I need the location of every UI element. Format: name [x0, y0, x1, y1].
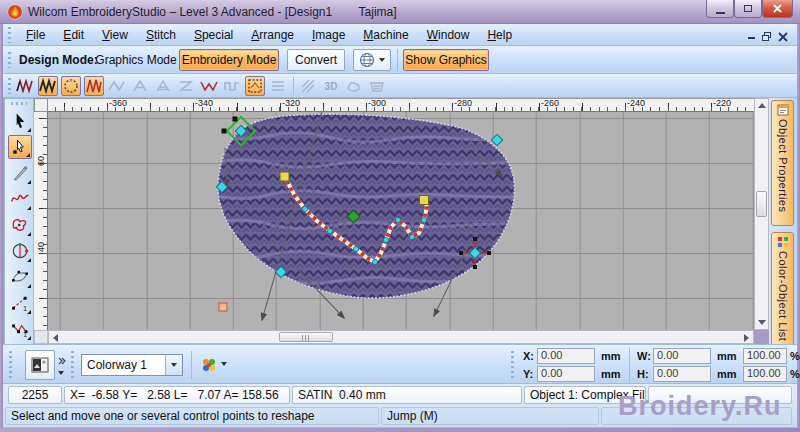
- h-field[interactable]: 0.00: [653, 366, 711, 382]
- program-split-icon[interactable]: [176, 76, 196, 96]
- menu-machine[interactable]: Machine: [354, 24, 417, 46]
- globe-dropdown-arrow[interactable]: [379, 58, 385, 62]
- tatami-icon[interactable]: [130, 76, 150, 96]
- toolbox-grip[interactable]: [11, 102, 27, 105]
- colorway-dropdown-button[interactable]: [165, 355, 182, 375]
- graphics-mode-button[interactable]: Graphics Mode: [95, 49, 177, 71]
- colorway-editor-icon: [201, 357, 217, 373]
- florentine-icon[interactable]: [298, 76, 318, 96]
- toolbox: 1 1: [4, 98, 34, 350]
- trapunto-icon[interactable]: [344, 76, 364, 96]
- horizontal-scrollbar[interactable]: [48, 330, 754, 344]
- toolbar-overflow-chevron[interactable]: [58, 351, 66, 369]
- x-unit: mm: [601, 348, 621, 364]
- h-ruler-label: -220: [713, 99, 731, 108]
- menu-view[interactable]: View: [93, 24, 137, 46]
- y-field[interactable]: 0.00: [537, 366, 595, 382]
- tab-object-properties[interactable]: Object Properties: [771, 100, 794, 226]
- knife-tool[interactable]: [8, 161, 32, 185]
- y-label: Y:: [523, 366, 533, 382]
- triple-run-tool[interactable]: 1: [8, 317, 32, 341]
- accordion-spacing-icon[interactable]: [268, 76, 288, 96]
- scale-h-percent: %: [790, 366, 800, 382]
- circle-cw-tool[interactable]: [8, 239, 32, 263]
- scale-w-field[interactable]: 100.00: [743, 348, 787, 364]
- triple-run-icon[interactable]: [38, 76, 58, 96]
- colorway-toolbar-grip[interactable]: [71, 351, 74, 379]
- close-button[interactable]: [762, 0, 793, 18]
- contour-stitch-icon[interactable]: [222, 76, 242, 96]
- minimize-button[interactable]: [706, 0, 734, 18]
- scroll-down-button[interactable]: [758, 320, 766, 325]
- right-dock: Object Properties Color-Object List: [769, 98, 797, 344]
- scale-h-field[interactable]: 100.00: [743, 366, 787, 382]
- toolbar-options-arrow[interactable]: [58, 371, 64, 375]
- h-ruler-label: -360: [109, 99, 127, 108]
- menu-image[interactable]: Image: [303, 24, 354, 46]
- globe-button[interactable]: [353, 49, 391, 71]
- titlebar[interactable]: Wilcom EmbroideryStudio – Level 3 Advanc…: [0, 0, 800, 24]
- close-icon: [773, 4, 782, 13]
- separator: [293, 77, 294, 95]
- single-run-tool[interactable]: 1: [8, 291, 32, 315]
- colorway-editor-button[interactable]: [199, 355, 219, 375]
- menu-window[interactable]: Window: [418, 24, 479, 46]
- scroll-left-button[interactable]: [53, 334, 58, 342]
- maximize-button[interactable]: [734, 0, 762, 18]
- 3d-warp-icon[interactable]: 3D: [321, 76, 341, 96]
- h-unit: mm: [717, 366, 737, 382]
- stipple-icon[interactable]: [367, 76, 387, 96]
- mdi-close-button[interactable]: [777, 29, 789, 41]
- embroidery-object[interactable]: [48, 112, 754, 330]
- menubar-grip[interactable]: [8, 27, 11, 43]
- color-object-list-icon: [777, 236, 789, 248]
- closed-freehand-tool[interactable]: [8, 213, 32, 237]
- design-canvas[interactable]: [48, 112, 754, 330]
- embroidery-mode-button[interactable]: Embroidery Mode: [179, 49, 279, 71]
- reshape-object-tool[interactable]: [8, 135, 32, 159]
- bitmap-toolbar-grip[interactable]: [9, 351, 12, 379]
- show-graphics-button[interactable]: Show Graphics: [403, 49, 489, 71]
- open-freehand-tool[interactable]: [8, 187, 32, 211]
- vertical-scrollbar[interactable]: [754, 98, 769, 330]
- select-object-tool[interactable]: [8, 109, 32, 133]
- motif-run-icon[interactable]: [61, 76, 81, 96]
- separator: [191, 351, 192, 379]
- mdi-close-icon: [777, 31, 789, 43]
- satin-stitch-icon[interactable]: [84, 76, 104, 96]
- convert-button[interactable]: Convert: [287, 49, 345, 71]
- menu-help[interactable]: Help: [478, 24, 521, 46]
- tab-color-object-list[interactable]: Color-Object List: [771, 232, 794, 346]
- menu-file[interactable]: File: [17, 24, 54, 46]
- mdi-restore-button[interactable]: [761, 29, 773, 41]
- menu-edit[interactable]: Edit: [54, 24, 93, 46]
- mode-toolbar-grip[interactable]: [8, 52, 11, 68]
- transform-toolbar-grip[interactable]: [511, 351, 514, 379]
- v-scroll-thumb[interactable]: [756, 191, 767, 217]
- vertical-ruler: 60 40: [34, 112, 48, 330]
- menu-arrange[interactable]: Arrange: [242, 24, 303, 46]
- h-scroll-thumb[interactable]: [279, 332, 333, 342]
- mdi-minimize-button[interactable]: [745, 29, 757, 41]
- scroll-corner: [34, 330, 48, 344]
- menu-special[interactable]: Special: [185, 24, 242, 46]
- h-ruler-label: -280: [454, 99, 472, 108]
- run-stitch-icon[interactable]: [15, 76, 35, 96]
- x-field[interactable]: 0.00: [537, 348, 595, 364]
- colorway-select[interactable]: Colorway 1: [81, 354, 183, 376]
- mdi-minimize-icon: [748, 37, 755, 39]
- complex-fill-tool[interactable]: [8, 265, 32, 289]
- motif-fill-icon[interactable]: [199, 76, 219, 96]
- zigzag-stitch-icon[interactable]: [107, 76, 127, 96]
- scroll-right-button[interactable]: [744, 334, 749, 342]
- colorway-editor-dropdown[interactable]: [221, 362, 227, 366]
- window-title: Wilcom EmbroideryStudio – Level 3 Advanc…: [28, 0, 397, 24]
- menubar: File Edit View Stitch Special Arrange Im…: [3, 24, 797, 46]
- fusion-fill-icon[interactable]: [245, 76, 265, 96]
- stitch-toolbar-grip[interactable]: [8, 78, 11, 94]
- w-field[interactable]: 0.00: [653, 348, 711, 364]
- e-stitch-icon[interactable]: [153, 76, 173, 96]
- show-bitmap-button[interactable]: [25, 350, 55, 380]
- scroll-up-button[interactable]: [758, 103, 766, 108]
- menu-stitch[interactable]: Stitch: [137, 24, 185, 46]
